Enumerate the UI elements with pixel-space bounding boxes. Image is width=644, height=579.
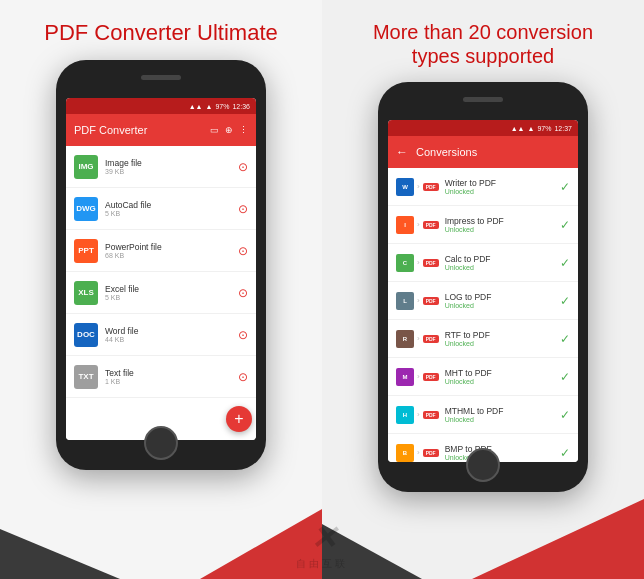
more-icon[interactable]: ⋮ [239,125,248,135]
ppt-file-size: 68 KB [105,252,238,259]
mthml-conv-name: MTHML to PDF [445,406,560,416]
txt-file-check-icon: ⊙ [238,370,248,384]
conv-item-writer[interactable]: W › PDF Writer to PDF Unlocked ✓ [388,168,578,206]
xls-file-info: Excel file 5 KB [105,284,238,301]
mthml-check-icon: ✓ [560,408,570,422]
cad-file-icon: DWG [74,197,98,221]
mht-conv-status: Unlocked [445,378,560,385]
left-panel-title: PDF Converter Ultimate [44,20,278,46]
left-toolbar-title: PDF Converter [74,124,210,136]
arrow-right-icon-5: › [417,334,420,343]
left-phone-screen: ▲▲ ▲ 97% 12:36 PDF Converter ▭ ⊕ ⋮ IMG [66,98,256,440]
arrow-right-icon: › [417,182,420,191]
writer-check-icon: ✓ [560,180,570,194]
file-item-text[interactable]: TXT Text file 1 KB ⊙ [66,356,256,398]
image-file-check-icon: ⊙ [238,160,248,174]
impress-check-icon: ✓ [560,218,570,232]
file-item-excel[interactable]: XLS Excel file 5 KB ⊙ [66,272,256,314]
mht-conv-info: MHT to PDF Unlocked [445,368,560,385]
doc-file-size: 44 KB [105,336,238,343]
mht-check-icon: ✓ [560,370,570,384]
cad-file-check-icon: ⊙ [238,202,248,216]
pdf-badge-2: PDF [423,221,439,229]
image-file-size: 39 KB [105,168,238,175]
bmp-conv-info: BMP to PDF Unlocked [445,444,560,461]
left-wifi-icon: ▲ [206,103,213,110]
impress-conv-info: Impress to PDF Unlocked [445,216,560,233]
mht-from-icon: M [396,368,414,386]
rtf-conv-info: RTF to PDF Unlocked [445,330,560,347]
impress-conv-name: Impress to PDF [445,216,560,226]
mht-conv-name: MHT to PDF [445,368,560,378]
file-item-powerpoint[interactable]: PPT PowerPoint file 68 KB ⊙ [66,230,256,272]
left-time-text: 12:36 [232,103,250,110]
rtf-from-icon: R [396,330,414,348]
cad-file-size: 5 KB [105,210,238,217]
file-item-autocad[interactable]: DWG AutoCad file 5 KB ⊙ [66,188,256,230]
pdf-badge: PDF [423,183,439,191]
rtf-check-icon: ✓ [560,332,570,346]
mthml-conv-info: MTHML to PDF Unlocked [445,406,560,423]
conv-item-impress[interactable]: I › PDF Impress to PDF Unlocked ✓ [388,206,578,244]
arrow-right-icon-2: › [417,220,420,229]
txt-file-name: Text file [105,368,238,378]
conv-list: W › PDF Writer to PDF Unlocked ✓ I › PDF… [388,168,578,462]
image-file-icon: IMG [74,155,98,179]
image-file-info: Image file 39 KB [105,158,238,175]
right-wifi-icon: ▲ [528,125,535,132]
rtf-conv-name: RTF to PDF [445,330,560,340]
conv-item-rtf[interactable]: R › PDF RTF to PDF Unlocked ✓ [388,320,578,358]
calc-check-icon: ✓ [560,256,570,270]
calc-from-icon: C [396,254,414,272]
left-phone-mockup: ▲▲ ▲ 97% 12:36 PDF Converter ▭ ⊕ ⋮ IMG [56,60,266,470]
file-item-image[interactable]: IMG Image file 39 KB ⊙ [66,146,256,188]
tablet-icon[interactable]: ▭ [210,125,219,135]
txt-file-info: Text file 1 KB [105,368,238,385]
pdf-badge-6: PDF [423,373,439,381]
conv-item-bmp[interactable]: B › PDF BMP to PDF Unlocked ✓ [388,434,578,462]
arrow-right-icon-4: › [417,296,420,305]
left-status-bar: ▲▲ ▲ 97% 12:36 [66,98,256,114]
right-time-text: 12:37 [554,125,572,132]
bmp-check-icon: ✓ [560,446,570,460]
left-battery-text: 97% [215,103,229,110]
cad-file-info: AutoCad file 5 KB [105,200,238,217]
back-icon[interactable]: ← [396,145,408,159]
image-file-name: Image file [105,158,238,168]
right-battery-text: 97% [537,125,551,132]
right-panel: More than 20 conversion types supported … [322,0,644,579]
left-panel: PDF Converter Ultimate ▲▲ ▲ 97% 12:36 PD… [0,0,322,579]
doc-file-check-icon: ⊙ [238,328,248,342]
conv-item-log[interactable]: L › PDF LOG to PDF Unlocked ✓ [388,282,578,320]
doc-file-info: Word file 44 KB [105,326,238,343]
ppt-file-check-icon: ⊙ [238,244,248,258]
pdf-badge-5: PDF [423,335,439,343]
xls-file-check-icon: ⊙ [238,286,248,300]
pdf-badge-7: PDF [423,411,439,419]
bmp-conv-name: BMP to PDF [445,444,560,454]
conv-item-mht[interactable]: M › PDF MHT to PDF Unlocked ✓ [388,358,578,396]
mthml-from-icon: H [396,406,414,424]
left-status-icons: ▲▲ ▲ 97% 12:36 [189,103,250,110]
writer-from-icon: W [396,178,414,196]
log-check-icon: ✓ [560,294,570,308]
conv-item-calc[interactable]: C › PDF Calc to PDF Unlocked ✓ [388,244,578,282]
calc-conv-status: Unlocked [445,264,560,271]
globe-icon[interactable]: ⊕ [225,125,233,135]
arrow-right-icon-8: › [417,448,420,457]
log-conv-info: LOG to PDF Unlocked [445,292,560,309]
impress-from-icon: I [396,216,414,234]
conv-item-mthml[interactable]: H › PDF MTHML to PDF Unlocked ✓ [388,396,578,434]
arrow-right-icon-6: › [417,372,420,381]
doc-file-name: Word file [105,326,238,336]
log-conv-name: LOG to PDF [445,292,560,302]
right-conv-toolbar: ← Conversions [388,136,578,168]
writer-conv-status: Unlocked [445,188,560,195]
file-item-word[interactable]: DOC Word file 44 KB ⊙ [66,314,256,356]
right-status-icons: ▲▲ ▲ 97% 12:37 [511,125,572,132]
calc-conv-info: Calc to PDF Unlocked [445,254,560,271]
bmp-conv-status: Unlocked [445,454,560,461]
calc-conv-name: Calc to PDF [445,254,560,264]
pdf-badge-8: PDF [423,449,439,457]
right-signal-icon: ▲▲ [511,125,525,132]
